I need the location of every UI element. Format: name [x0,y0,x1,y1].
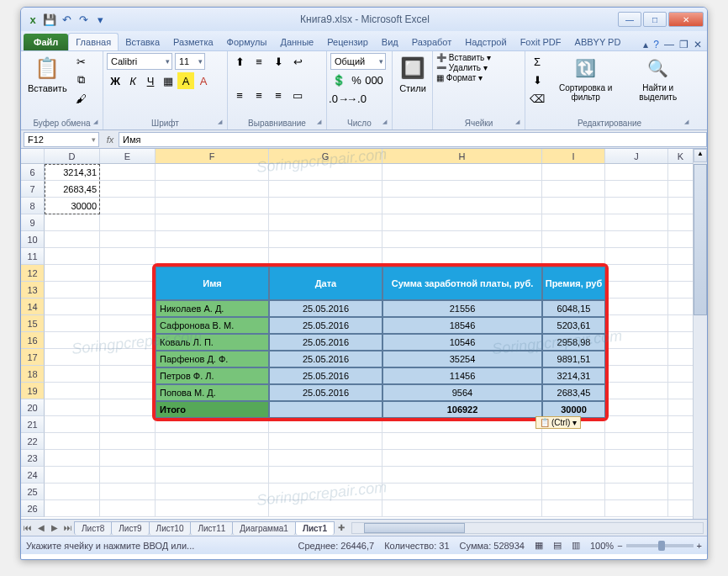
save-icon[interactable]: 💾 [43,13,56,26]
cell[interactable] [605,332,668,349]
cell[interactable] [668,383,694,399]
cell[interactable] [605,299,668,315]
cell[interactable] [605,164,668,181]
table-cell[interactable]: 9891,51 [542,351,605,367]
col-K[interactable]: K [668,149,694,163]
cell[interactable] [605,198,668,214]
cell[interactable] [668,164,694,181]
workbook-close-icon[interactable]: ✕ [694,39,702,50]
cell[interactable] [100,383,156,399]
cell[interactable] [45,332,100,349]
align-right-icon[interactable]: ≡ [270,87,287,103]
cell[interactable] [668,467,694,484]
cell[interactable] [269,500,382,517]
select-all-corner[interactable] [21,149,45,163]
cell[interactable] [100,416,156,433]
row-20[interactable]: 20 [21,399,45,416]
cell[interactable] [100,181,156,198]
cell[interactable] [668,231,694,248]
cell[interactable] [45,299,100,315]
tab-foxit[interactable]: Foxit PDF [514,34,568,50]
name-box[interactable]: F12 [24,132,99,147]
cell[interactable] [605,231,668,248]
workbook-restore-icon[interactable]: ❐ [679,39,688,50]
undo-icon[interactable]: ↶ [60,13,73,26]
cell[interactable] [668,315,694,332]
align-center-icon[interactable]: ≡ [251,87,267,103]
cell[interactable] [605,433,668,450]
tab-addins[interactable]: Надстрой [458,34,513,50]
bold-button[interactable]: Ж [107,72,124,89]
font-color-button[interactable]: A [195,72,212,89]
sheet-nav-prev[interactable]: ◀ [34,523,48,532]
table-cell[interactable]: 9564 [382,384,542,401]
cell[interactable] [45,349,100,366]
cell[interactable] [45,282,100,299]
row-26[interactable]: 26 [21,500,45,517]
cell[interactable] [668,181,694,198]
col-I[interactable]: I [542,149,605,163]
cell[interactable] [382,231,542,248]
row-22[interactable]: 22 [21,433,45,450]
tab-formulas[interactable]: Формулы [220,34,274,50]
format-painter-icon[interactable]: 🖌 [73,90,90,107]
italic-button[interactable]: К [124,72,141,89]
new-sheet-icon[interactable]: ✚ [335,523,348,532]
table-cell[interactable]: 11456 [382,367,542,384]
row-16[interactable]: 16 [21,332,45,349]
cell[interactable] [156,181,269,198]
cell[interactable] [156,450,269,467]
cell[interactable] [100,214,156,231]
fx-button[interactable]: fx [102,135,119,145]
cell[interactable] [156,248,269,265]
row-15[interactable]: 15 [21,315,45,332]
row-9[interactable]: 9 [21,214,45,231]
table-cell[interactable]: 5203,61 [542,317,605,334]
sheet-tab-active[interactable]: Лист1 [295,521,335,535]
table-cell[interactable]: 6048,15 [542,300,605,317]
cell[interactable] [605,416,668,433]
file-tab[interactable]: Файл [24,34,68,50]
align-bot-icon[interactable]: ⬇ [270,53,287,70]
row-14[interactable]: 14 [21,299,45,315]
row-18[interactable]: 18 [21,366,45,383]
sheet-tab[interactable]: Лист10 [149,521,192,535]
row-12[interactable]: 12 [21,265,45,282]
cell[interactable] [45,399,100,416]
cell[interactable] [100,299,156,315]
cell[interactable] [100,399,156,416]
zoom-in-icon[interactable]: + [697,541,702,551]
comma-icon[interactable]: 000 [366,71,382,88]
zoom-out-icon[interactable]: − [617,541,622,551]
cell[interactable] [156,214,269,231]
col-G[interactable]: G [269,149,382,163]
cell[interactable] [668,349,694,366]
sheet-tab[interactable]: Лист9 [111,521,149,535]
align-mid-icon[interactable]: ≡ [251,53,267,70]
cell[interactable] [382,164,542,181]
table-cell[interactable]: 25.05.2016 [269,300,382,317]
percent-icon[interactable]: % [348,71,365,88]
cell[interactable] [45,248,100,265]
find-select-button[interactable]: 🔍 Найти и выделить [625,53,690,103]
cell[interactable] [45,467,100,484]
zoom-slider[interactable] [626,544,694,547]
cell[interactable] [382,198,542,214]
cell[interactable] [45,500,100,517]
cell[interactable] [605,214,668,231]
dec-inc-icon[interactable]: .0→ [330,90,347,107]
cell[interactable] [605,450,668,467]
row-6[interactable]: 6 [21,164,45,181]
styles-button[interactable]: 🔲 Стили [396,53,430,95]
row-11[interactable]: 11 [21,248,45,265]
cell[interactable] [382,433,542,450]
cell[interactable] [382,248,542,265]
cell[interactable] [100,484,156,500]
cell[interactable] [668,416,694,433]
row-21[interactable]: 21 [21,416,45,433]
wrap-text-icon[interactable]: ↩ [289,53,306,70]
row-25[interactable]: 25 [21,484,45,500]
cell[interactable] [605,315,668,332]
align-top-icon[interactable]: ⬆ [231,53,248,70]
sheet-nav-last[interactable]: ⏭ [61,523,75,532]
